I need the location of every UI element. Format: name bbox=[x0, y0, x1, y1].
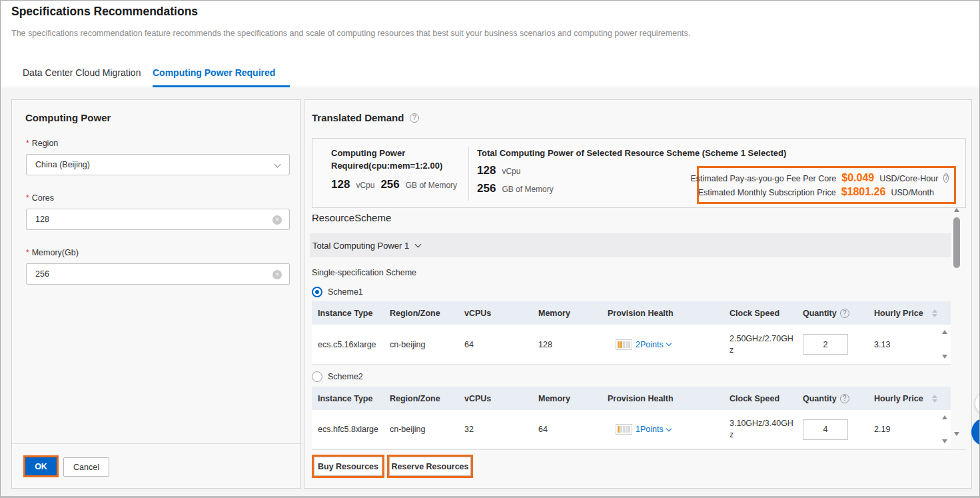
cores-field-wrap: × bbox=[26, 209, 290, 230]
clear-icon[interactable]: × bbox=[272, 270, 282, 279]
payg-price-line: Estimated Pay-as-you-go Fee Per Core $0.… bbox=[704, 172, 949, 184]
required-vcpu-unit: vCpu bbox=[356, 181, 374, 190]
cancel-button[interactable]: Cancel bbox=[63, 457, 109, 477]
page-description: The specifications recommendation featur… bbox=[11, 29, 690, 38]
provision-health-link[interactable]: 2Points bbox=[636, 340, 671, 349]
required-vcpu-value: 128 bbox=[331, 178, 350, 191]
chevron-down-icon bbox=[415, 241, 422, 247]
annotation-price-highlight: Estimated Pay-as-you-go Fee Per Core $0.… bbox=[697, 166, 956, 204]
selected-vcpu-unit: vCpu bbox=[502, 167, 520, 176]
required-asterisk: * bbox=[26, 193, 29, 203]
quantity-input[interactable] bbox=[805, 340, 845, 349]
selected-memory-unit: GB of Memory bbox=[502, 185, 553, 194]
radio-selected-icon bbox=[312, 287, 322, 297]
monthly-price-value: $1801.26 bbox=[841, 186, 886, 198]
table-row: ecs.hfc5.8xlarge cn-beijing 32 64 1Point… bbox=[312, 410, 951, 449]
scroll-up-icon[interactable] bbox=[954, 208, 959, 212]
table-scrollbar[interactable] bbox=[940, 325, 949, 364]
table-scrollbar[interactable] bbox=[940, 410, 949, 449]
required-computing-power: Computing Power Required(cpu:mem=1:2.00)… bbox=[331, 147, 457, 191]
tab-computing-power-required[interactable]: Computing Power Required bbox=[153, 67, 275, 78]
scheme1-radio[interactable]: Scheme1 bbox=[312, 287, 363, 297]
required-asterisk: * bbox=[26, 139, 29, 148]
page-title: Specifications Recommendations bbox=[11, 5, 198, 19]
payg-price-value: $0.049 bbox=[841, 172, 874, 184]
chevron-down-icon bbox=[666, 425, 671, 431]
sort-icon[interactable] bbox=[932, 395, 937, 403]
reserve-resources-button[interactable]: Reserve Resources bbox=[389, 457, 471, 476]
chevron-down-icon bbox=[666, 341, 671, 346]
translated-demand-title: Translated Demand bbox=[312, 112, 404, 123]
quantity-field bbox=[803, 334, 848, 355]
scrollbar-thumb[interactable] bbox=[953, 217, 960, 268]
help-icon[interactable]: ? bbox=[840, 309, 849, 318]
buy-resources-button[interactable]: Buy Resources bbox=[314, 457, 382, 476]
cores-input[interactable] bbox=[35, 215, 269, 224]
radio-unselected-icon bbox=[312, 371, 322, 382]
total-computing-power-group[interactable]: Total Computing Power 1 bbox=[310, 233, 951, 257]
translated-demand-panel: Translated Demand ? Computing Power Requ… bbox=[304, 99, 972, 489]
active-tab-underline bbox=[153, 85, 290, 87]
scroll-down-icon[interactable] bbox=[942, 355, 947, 359]
region-label: *Region bbox=[26, 139, 58, 148]
single-spec-scheme-label: Single-specification Scheme bbox=[312, 268, 416, 277]
table-header: Instance Type Region/Zone vCPUs Memory P… bbox=[312, 301, 951, 325]
required-memory-unit: GB of Memory bbox=[406, 181, 457, 190]
cores-label: *Cores bbox=[26, 193, 54, 203]
tab-bar: Data Center Cloud Migration Computing Po… bbox=[1, 64, 979, 87]
computing-power-title: Computing Power bbox=[25, 112, 111, 123]
scroll-up-icon[interactable] bbox=[942, 330, 947, 334]
selected-vcpu-value: 128 bbox=[477, 164, 496, 177]
tab-data-center-cloud-migration[interactable]: Data Center Cloud Migration bbox=[23, 67, 141, 78]
chevron-down-icon bbox=[274, 161, 281, 168]
sort-icon[interactable] bbox=[932, 309, 937, 317]
memory-field-wrap: × bbox=[26, 263, 290, 285]
required-asterisk: * bbox=[26, 248, 29, 257]
provision-health-gauge-icon bbox=[616, 424, 632, 435]
provision-health-link[interactable]: 1Points bbox=[636, 425, 671, 434]
scroll-down-icon[interactable] bbox=[954, 432, 959, 436]
help-icon[interactable]: ? bbox=[410, 113, 419, 123]
monthly-price-line: Estimated Monthly Subscription Price $18… bbox=[704, 186, 949, 198]
selected-memory-value: 256 bbox=[477, 182, 496, 195]
region-select-value: China (Beijing) bbox=[35, 160, 90, 169]
annotation-reserve-highlight: Reserve Resources bbox=[387, 455, 473, 478]
demand-summary-box: Computing Power Required(cpu:mem=1:2.00)… bbox=[312, 138, 966, 208]
vertical-divider bbox=[468, 147, 469, 201]
table-header: Instance Type Region/Zone vCPUs Memory P… bbox=[312, 387, 951, 410]
panel-scrollbar[interactable] bbox=[952, 207, 961, 441]
ok-button[interactable]: OK bbox=[25, 457, 57, 475]
annotation-ok-highlight: OK bbox=[23, 455, 59, 477]
scroll-down-icon[interactable] bbox=[942, 439, 947, 443]
clear-icon[interactable]: × bbox=[272, 215, 282, 225]
memory-input[interactable] bbox=[35, 269, 269, 279]
region-select[interactable]: China (Beijing) bbox=[26, 154, 290, 175]
memory-label: *Memory(Gb) bbox=[26, 248, 79, 257]
resource-scheme-title: ResourceScheme bbox=[312, 212, 391, 223]
required-memory-value: 256 bbox=[380, 178, 399, 191]
quantity-field bbox=[803, 419, 848, 440]
provision-health-gauge-icon bbox=[616, 339, 632, 350]
scheme2-table: Instance Type Region/Zone vCPUs Memory P… bbox=[312, 387, 951, 449]
help-icon[interactable]: ? bbox=[943, 173, 949, 183]
table-row: ecs.c5.16xlarge cn-beijing 64 128 2Point… bbox=[312, 325, 951, 365]
scheme1-table: Instance Type Region/Zone vCPUs Memory P… bbox=[312, 301, 951, 365]
scroll-up-icon[interactable] bbox=[942, 415, 947, 419]
footer-divider bbox=[312, 449, 966, 450]
annotation-buy-highlight: Buy Resources bbox=[312, 455, 384, 478]
quantity-input[interactable] bbox=[805, 425, 845, 434]
footer-divider bbox=[12, 443, 300, 444]
computing-power-panel: Computing Power *Region China (Beijing) … bbox=[11, 99, 301, 489]
scheme2-radio[interactable]: Scheme2 bbox=[312, 371, 363, 382]
help-icon[interactable]: ? bbox=[840, 394, 849, 403]
